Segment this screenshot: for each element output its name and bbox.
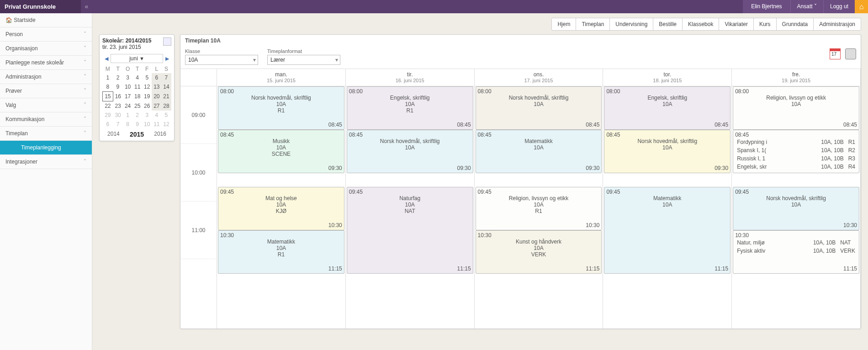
lesson-block-multi[interactable]: 10:30Natur, miljø10A, 10BNATFysisk aktiv… — [733, 230, 859, 274]
calendar-day[interactable]: 1 — [103, 73, 113, 82]
topnav-link[interactable]: Hjem — [551, 18, 576, 31]
year-next[interactable]: 2016 — [154, 131, 166, 138]
calendar-day[interactable]: 5 — [142, 73, 152, 82]
calendar-day[interactable]: 21 — [161, 92, 171, 101]
calendar-day[interactable]: 11 — [152, 120, 161, 129]
topnav-link[interactable]: Klassebok — [682, 18, 719, 31]
print-icon[interactable] — [845, 48, 856, 59]
nav-timeplanlegging[interactable]: Timeplanlegging — [0, 141, 92, 155]
lesson-block[interactable]: 10:30Matematikk10AR111:15 — [218, 230, 344, 274]
calendar-day[interactable]: 8 — [103, 82, 113, 92]
calendar-day[interactable]: 14 — [161, 82, 171, 92]
calendar-day[interactable]: 8 — [123, 120, 132, 129]
calendar-day[interactable]: 4 — [132, 73, 142, 82]
calendar-day[interactable]: 11 — [132, 82, 142, 92]
lesson-block[interactable]: 08:45Norsk hovedmål, skriftlig10A09:30 — [604, 130, 730, 173]
nav-item[interactable]: Person˅ — [0, 27, 92, 42]
calendar-day[interactable]: 17 — [123, 92, 132, 101]
nav-integrasjoner[interactable]: Integrasjoner ˅ — [0, 155, 92, 169]
calendar-day[interactable]: 28 — [161, 101, 171, 111]
calendar-day[interactable]: 9 — [132, 120, 142, 129]
nav-item[interactable]: Kommunikasjon˅ — [0, 112, 92, 127]
calendar-day[interactable]: 7 — [113, 120, 123, 129]
day-header: man.15. juni 2015 — [217, 69, 345, 86]
chevron-down-icon: ˅ — [84, 102, 86, 108]
user-name[interactable]: Elin Bjertnes — [743, 0, 790, 13]
lesson-block[interactable]: 08:45Matematikk10A09:30 — [476, 130, 602, 173]
topnav-link[interactable]: Grunndata — [776, 18, 814, 31]
lesson-block[interactable]: 08:45Norsk hovedmål, skriftlig10A09:30 — [347, 130, 473, 173]
logout-button[interactable]: Logg ut — [823, 0, 855, 13]
calendar-day[interactable]: 24 — [123, 101, 132, 111]
lesson-block[interactable]: 08:00Norsk hovedmål, skriftlig10A08:45 — [476, 86, 602, 130]
calendar-day[interactable]: 6 — [103, 120, 113, 129]
calendar-day[interactable]: 1 — [123, 111, 132, 120]
calendar-day[interactable]: 22 — [103, 101, 113, 111]
calendar-day[interactable]: 30 — [113, 111, 123, 120]
calendar-day[interactable]: 19 — [142, 92, 152, 101]
year-current[interactable]: 2015 — [130, 131, 144, 138]
sidebar-collapse-icon[interactable]: « — [81, 0, 92, 13]
lesson-block[interactable]: 08:00Religion, livssyn og etikk10A08:45 — [733, 86, 859, 130]
lesson-block-multi[interactable]: 08:45Fordypning i10A, 10BR1Spansk I, 1(1… — [733, 130, 859, 173]
nav-item[interactable]: Administrasjon˅ — [0, 70, 92, 84]
nav-item[interactable]: Valg˅ — [0, 98, 92, 112]
calendar-day[interactable]: 23 — [113, 101, 123, 111]
calendar-day[interactable]: 2 — [132, 111, 142, 120]
calendar-day[interactable]: 3 — [142, 111, 152, 120]
calendar-day[interactable]: 10 — [142, 120, 152, 129]
calendar-day[interactable]: 26 — [142, 101, 152, 111]
topnav-link[interactable]: Vikariater — [719, 18, 753, 31]
calendar-day[interactable]: 9 — [113, 82, 123, 92]
calendar-day[interactable]: 7 — [161, 73, 171, 82]
sidebar: 🏠 Startside Person˅Organisasjon˅Planlegg… — [0, 13, 92, 350]
role-selector[interactable]: Ansatt — [790, 0, 823, 13]
calendar-icon[interactable] — [163, 37, 171, 46]
topnav-link[interactable]: Kurs — [753, 18, 777, 31]
lesson-block[interactable]: 08:45Musikk10ASCENE09:30 — [218, 130, 344, 173]
nav-item[interactable]: Organisasjon˅ — [0, 42, 92, 56]
calendar-day[interactable]: 4 — [152, 111, 161, 120]
calendar-day[interactable]: 16 — [113, 92, 123, 101]
calendar-day[interactable]: 10 — [123, 82, 132, 92]
day-column: man.15. juni 201508:00Norsk hovedmål, sk… — [217, 69, 346, 329]
calendar-day[interactable]: 2 — [113, 73, 123, 82]
calendar-day[interactable]: 3 — [123, 73, 132, 82]
calendar-day[interactable]: 12 — [142, 82, 152, 92]
month-selector[interactable]: juni ▼ — [111, 54, 163, 63]
calendar-day[interactable]: 18 — [132, 92, 142, 101]
calendar-day[interactable]: 6 — [152, 73, 161, 82]
calendar-day[interactable]: 12 — [161, 120, 171, 129]
lesson-block[interactable]: 09:45Matematikk10A11:15 — [604, 187, 730, 274]
year-prev[interactable]: 2014 — [107, 131, 120, 138]
lesson-block[interactable]: 08:00Engelsk, skriftlig10A08:45 — [604, 86, 730, 130]
topnav-link[interactable]: Timeplan — [576, 18, 610, 31]
topnav-link[interactable]: Bestille — [653, 18, 683, 31]
calendar-day[interactable]: 27 — [152, 101, 161, 111]
filter-klasse-select[interactable]: 10A▾ — [185, 55, 258, 65]
calendar-day[interactable]: 20 — [152, 92, 161, 101]
lesson-block[interactable]: 09:45Naturfag10ANAT11:15 — [347, 187, 473, 274]
nav-home[interactable]: 🏠 Startside — [0, 13, 92, 27]
calendar-day[interactable]: 25 — [132, 101, 142, 111]
calendar-day[interactable]: 29 — [103, 111, 113, 120]
chevron-up-icon: ˄ — [84, 130, 86, 137]
lesson-block[interactable]: 09:45Religion, livssyn og etikk10AR110:3… — [476, 187, 602, 230]
nav-item[interactable]: Planlegge neste skoleår˅ — [0, 56, 92, 70]
lesson-block[interactable]: 09:45Mat og helse10AKJØ10:30 — [218, 187, 344, 230]
date-picker-icon[interactable] — [830, 48, 841, 59]
lesson-block[interactable]: 08:00Engelsk, skriftlig10AR108:45 — [347, 86, 473, 130]
next-month-button[interactable]: ▶ — [163, 56, 171, 62]
lesson-block[interactable]: 10:30Kunst og håndverk10AVERK11:15 — [476, 230, 602, 274]
calendar-day[interactable]: 15 — [103, 92, 113, 101]
nav-timeplan[interactable]: Timeplan ˄ — [0, 127, 92, 141]
prev-month-button[interactable]: ◀ — [102, 56, 111, 62]
filter-format-select[interactable]: Lærer▾ — [267, 55, 340, 65]
calendar-day[interactable]: 13 — [152, 82, 161, 92]
topnav-link[interactable]: Administrasjon — [813, 18, 861, 31]
topnav-link[interactable]: Undervisning — [609, 18, 653, 31]
lesson-block[interactable]: 08:00Norsk hovedmål, skriftlig10AR108:45 — [218, 86, 344, 130]
nav-item[interactable]: Prøver˅ — [0, 84, 92, 98]
calendar-day[interactable]: 5 — [161, 111, 171, 120]
lesson-block[interactable]: 09:45Norsk hovedmål, skriftlig10A10:30 — [733, 187, 859, 230]
